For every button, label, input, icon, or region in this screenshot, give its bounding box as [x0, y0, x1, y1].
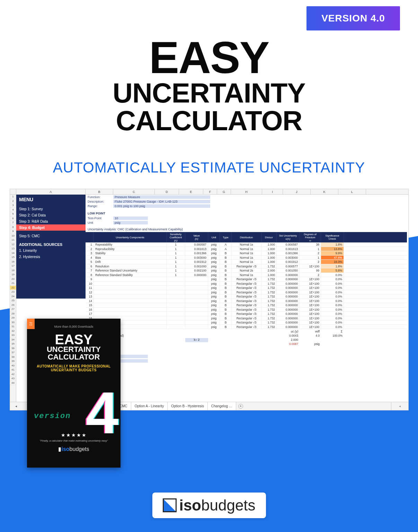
table-header-cell: Uncertainty Components	[94, 232, 167, 242]
summary-rss-sigma: 100.0%	[321, 334, 344, 338]
table-header-row: Uncertainty ComponentsSensitivity Coeffi…	[86, 232, 407, 242]
table-header-cell: Significance Check	[321, 232, 344, 242]
add-sheet-button[interactable]: +	[238, 404, 243, 409]
col-header[interactable]: L	[338, 189, 366, 194]
col-header[interactable]: E	[179, 189, 203, 194]
unit-label: Unit	[86, 221, 113, 224]
col-header[interactable]: K	[311, 189, 338, 194]
table-row[interactable]: 2Reproducibility10.001613psigANormal 1s1…	[86, 247, 407, 251]
product-version-number: 4	[86, 392, 118, 434]
footer-logo: isobudgets	[152, 493, 266, 518]
k-input[interactable]: k= 2	[185, 338, 208, 342]
menu-step[interactable]: Step 3: R&R Data	[16, 218, 86, 224]
unit-value[interactable]: psig	[113, 221, 148, 224]
function-value[interactable]: Pressure Measure	[113, 195, 210, 199]
col-header[interactable]: F	[203, 189, 217, 194]
additional-sources-header: ADDITIONAL SOURCES	[16, 239, 86, 247]
row-number-gutter: 1234567891011121314151617181920212223242…	[10, 195, 16, 402]
sheet-tab[interactable]: Changelog …	[208, 402, 236, 410]
summary-veff-header: veff	[300, 330, 321, 334]
table-row[interactable]: 19psigBRectangular √31.7320.0000001E+100…	[86, 320, 407, 325]
menu-panel: MENU Step 1: SurveyStep 2: Cal DataStep …	[16, 195, 86, 299]
menu-step[interactable]: Step 5: CMC	[16, 233, 86, 239]
menu-source[interactable]: 1. Linearity	[16, 247, 86, 254]
table-header-cell: Sensitivity Coefficient(cᵢ)	[167, 232, 185, 242]
tab-scroll-indicator[interactable]: ◂	[391, 402, 408, 410]
sheet-tab[interactable]: Option B - Hysteresis	[168, 402, 207, 410]
product-downloads: More than 8,000 Downloads	[31, 325, 116, 328]
col-header[interactable]: J	[283, 189, 311, 194]
menu-step[interactable]: Step 4: Budget	[16, 224, 86, 231]
table-header-cell: Std Uncertaintyu(xᵢ)	[277, 232, 300, 242]
table-row[interactable]: 10psigBRectangular √31.7320.0000001E+100…	[86, 282, 407, 286]
summary-expanded-value: 0.0087	[277, 342, 300, 346]
table-row[interactable]: 5Drift10.001912psigBNormal 1s1.0000.0019…	[86, 260, 407, 264]
range-value[interactable]: 0.001 psig to 100 psig	[113, 204, 210, 208]
menu-title: MENU	[16, 195, 86, 204]
summary-expanded-unit: psig	[300, 342, 321, 346]
table-row[interactable]: 15psigBRectangular √31.7320.0000001E+100…	[86, 303, 407, 308]
description-label: Description:	[86, 200, 113, 203]
table-row[interactable]: 11psigBRectangular √31.7320.0000001E+100…	[86, 286, 407, 290]
table-row[interactable]: 17psigBRectangular √31.7320.0000001E+100…	[86, 312, 407, 316]
description-value[interactable]: Fluke 2700G Pressure Gauge - ID#: LAB-12…	[113, 200, 210, 203]
col-header[interactable]: B	[86, 189, 113, 194]
col-header[interactable]: G	[217, 189, 231, 194]
column-header-row: ABCDEFGHIJKL	[10, 189, 408, 195]
product-tagline-2: UNCERTAINTY BUDGETS	[31, 368, 116, 372]
table-row[interactable]: 16psigBRectangular √31.7320.0000001E+100…	[86, 308, 407, 312]
testpoint-label: Test-Point	[86, 216, 113, 220]
table-header-cell: Divisor	[261, 232, 277, 242]
summary-k-value: 2.000	[277, 338, 300, 342]
table-row[interactable]: 12psigBRectangular √31.7320.0000001E+100…	[86, 290, 407, 295]
table-row[interactable]: 4Bias10.003000psigBNormal 1s1.0000.00300…	[86, 256, 407, 260]
summary-sigma-header: Σ	[321, 330, 344, 334]
table-row[interactable]: 3Stability10.001366psigBNormal 1s1.0000.…	[86, 251, 407, 256]
product-version-graphic: version 4	[31, 372, 116, 427]
logo-icon	[162, 498, 176, 512]
col-header[interactable]: I	[262, 189, 283, 194]
table-row[interactable]: 18psigBRectangular √31.7320.0000001E+100…	[86, 316, 407, 321]
summary-uc-header: uc (y)	[277, 330, 300, 334]
table-row[interactable]: 14psigBRectangular √31.7320.0000001E+100…	[86, 299, 407, 303]
footer-budgets: budgets	[201, 497, 256, 514]
hero-line-1: EASY	[0, 36, 418, 79]
menu-step[interactable]: Step 2: Cal Data	[16, 212, 86, 218]
sheet-tab[interactable]: Option A - Linearity	[131, 402, 168, 410]
table-row[interactable]: 1Repeatability10.000587psigANormal 1s1.0…	[86, 242, 407, 247]
col-header[interactable]: D	[155, 189, 179, 194]
table-row[interactable]: 8Reference Standard Stability10.000000ps…	[86, 273, 407, 277]
function-label: Function:	[86, 195, 113, 199]
menu-step[interactable]: Step 1: Survey	[16, 206, 86, 212]
low-point-header: LOW POINT	[86, 208, 408, 216]
summary-rss-veff: 4.0	[300, 334, 321, 338]
product-tagline-1: AUTOMATICALLY MAKE PROFESSIONAL	[31, 364, 116, 368]
menu-source[interactable]: 2. Hysteresis	[16, 254, 86, 260]
table-header-cell: Unit	[208, 232, 220, 242]
table-row[interactable]: 9psigBRectangular √31.7320.0000001E+1000…	[86, 277, 407, 282]
col-header[interactable]: H	[231, 189, 262, 194]
table-row[interactable]: 7Reference Standard Uncertainty10.002100…	[86, 268, 407, 273]
analysis-title: Uncertainty Analysis: CMC (Calibration a…	[86, 225, 408, 232]
col-header[interactable]: C	[113, 189, 155, 194]
product-version-text: version	[34, 412, 71, 420]
product-title-2: UNCERTAINTY	[31, 346, 116, 353]
table-header-cell: Type	[220, 232, 232, 242]
table-header-cell	[86, 232, 94, 242]
footer-iso: iso	[179, 497, 201, 514]
product-title-1: EASY	[31, 333, 116, 346]
table-header-cell: Degrees of Freedomvᵢ	[300, 232, 321, 242]
version-badge: VERSION 4.0	[306, 6, 400, 30]
testpoint-value[interactable]: 10	[113, 216, 148, 220]
range-label: Range:	[86, 204, 113, 208]
product-card: Ver4.0 More than 8,000 Downloads EASY UN…	[27, 319, 121, 468]
product-brand: ▮isobudgets	[31, 446, 116, 452]
table-row[interactable]: 6Resolution10.001000psigBRectangular √31…	[86, 264, 407, 269]
uncertainty-table: Uncertainty ComponentsSensitivity Coeffi…	[86, 232, 407, 329]
table-row[interactable]: 13psigBRectangular √31.7320.0000001E+100…	[86, 294, 407, 299]
table-header-cell: Value(xᵢ)	[185, 232, 208, 242]
col-header[interactable]: A	[16, 189, 86, 194]
table-row[interactable]: 20psigBRectangular √31.7320.0000001E+100…	[86, 325, 407, 329]
hero-line-2a: UNCERTAINTY	[0, 79, 418, 107]
summary-block: uc (y) veff Σ d Uncertainty (RSS method)…	[86, 330, 407, 346]
